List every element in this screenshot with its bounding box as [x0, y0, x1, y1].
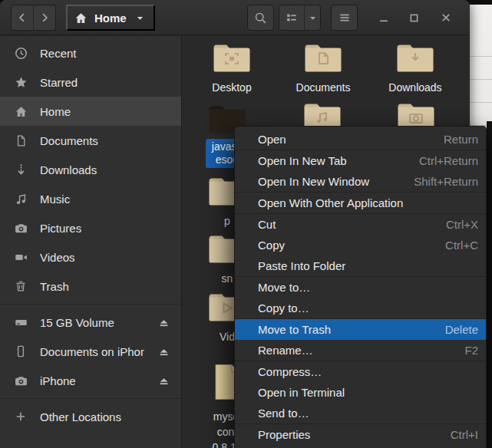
close-button[interactable] — [434, 6, 457, 29]
maximize-icon — [407, 11, 421, 25]
location-button[interactable]: Home — [66, 5, 155, 31]
menu-item-paste-into-folder[interactable]: Paste Into Folder — [235, 255, 486, 276]
headerbar: Home — [0, 0, 470, 35]
file-label: Desktop — [212, 81, 251, 94]
download-icon — [14, 163, 28, 176]
menu-item-copy[interactable]: CopyCtrl+C — [235, 235, 486, 255]
clock-icon — [14, 46, 28, 60]
sidebar-item-recent[interactable]: Recent — [0, 38, 181, 68]
menu-item-properties[interactable]: PropertiesCtrl+I — [235, 424, 486, 445]
menu-item-accel: Ctrl+Return — [419, 154, 478, 167]
sidebar-item-documents[interactable]: Documents — [0, 126, 181, 155]
eject-icon[interactable] — [157, 315, 170, 329]
sidebar-item-downloads[interactable]: Downloads — [0, 155, 181, 184]
view-toggle-button — [279, 5, 321, 31]
sidebar-item-label: Other Locations — [40, 410, 170, 423]
screen: Home RecentStarredHomeDocumentsDownloads… — [0, 0, 492, 448]
menu-item-cut[interactable]: CutCtrl+X — [235, 214, 486, 235]
sidebar-item-label: Home — [40, 105, 170, 118]
trash-icon — [14, 279, 28, 293]
maximize-button[interactable] — [402, 6, 425, 29]
menu-item-compress[interactable]: Compress… — [235, 361, 486, 382]
sidebar-item-pictures[interactable]: Pictures — [0, 213, 181, 242]
video-icon — [14, 250, 28, 264]
menu-item-open-with-other-application[interactable]: Open With Other Application — [235, 193, 486, 213]
back-button[interactable] — [11, 5, 34, 31]
sidebar-item-label: Music — [40, 193, 170, 206]
drive-icon — [14, 315, 28, 329]
menu-item-label: Paste Into Folder — [258, 259, 345, 272]
sidebar-item-starred[interactable]: Starred — [0, 68, 181, 97]
folder-icon — [213, 41, 251, 76]
file-label: Downloads — [388, 81, 441, 94]
menu-item-open-in-new-tab[interactable]: Open In New TabCtrl+Return — [235, 150, 486, 171]
menu-item-move-to-trash[interactable]: Move to TrashDelete — [235, 319, 486, 340]
menu-item-open-in-new-window[interactable]: Open In New WindowShift+Return — [235, 171, 486, 192]
sidebar-item-home[interactable]: Home — [0, 97, 181, 126]
sidebar-item-label: Trash — [40, 280, 170, 293]
menu-item-label: Rename… — [258, 344, 313, 357]
menu-item-accel: Ctrl+I — [451, 428, 478, 441]
sidebar-item-label: 15 GB Volume — [40, 316, 144, 329]
menu-item-label: Open In New Window — [258, 175, 369, 188]
sidebar-item-label: Downloads — [40, 163, 170, 176]
view-options-dropdown[interactable] — [305, 5, 320, 30]
minimize-button[interactable] — [372, 6, 395, 29]
home-icon — [74, 11, 88, 25]
chevron-left-icon — [15, 11, 29, 25]
sidebar-separator — [0, 304, 181, 305]
minimize-icon — [377, 11, 391, 25]
sidebar-item-documents-on-iphone[interactable]: Documents on iPhone — [0, 337, 181, 366]
folder-item[interactable]: Downloads — [373, 41, 457, 94]
menu-item-open-in-terminal[interactable]: Open in Terminal — [235, 382, 486, 403]
menu-item-label: Cut — [258, 218, 276, 231]
menu-item-copy-to[interactable]: Copy to… — [235, 298, 486, 318]
sidebar-item-trash[interactable]: Trash — [0, 272, 181, 301]
sidebar-separator — [0, 398, 181, 399]
plus-icon — [14, 410, 28, 423]
sidebar-item-music[interactable]: Music — [0, 184, 181, 213]
phone-icon — [14, 344, 28, 358]
view-list-button[interactable] — [279, 5, 305, 30]
menu-item-accel: F2 — [464, 344, 478, 357]
menu-item-label: Copy to… — [258, 301, 309, 315]
music-icon — [14, 192, 28, 206]
sidebar-item-label: Pictures — [40, 222, 170, 235]
folder-item[interactable]: Desktop — [190, 41, 274, 94]
sidebar-item-15-gb-volume[interactable]: 15 GB Volume — [0, 308, 181, 337]
eject-icon[interactable] — [157, 374, 170, 387]
menu-item-label: Move to Trash — [258, 323, 331, 336]
hamburger-icon — [338, 11, 352, 25]
menu-item-send-to[interactable]: Send to… — [235, 403, 486, 423]
menu-item-open[interactable]: OpenReturn — [235, 129, 486, 150]
sidebar-item-label: Documents on iPhone — [40, 345, 144, 358]
background-row-divider — [470, 56, 492, 57]
document-icon — [14, 133, 28, 147]
home-icon — [14, 104, 28, 118]
forward-button[interactable] — [33, 5, 56, 31]
menu-item-label: Properties — [258, 428, 310, 441]
star-icon — [14, 75, 28, 89]
menu-item-label: Open in Terminal — [258, 386, 345, 399]
search-button[interactable] — [247, 5, 274, 31]
file-label: Documents — [296, 81, 351, 94]
sidebar-item-iphone[interactable]: iPhone — [0, 366, 181, 395]
eject-icon[interactable] — [157, 344, 170, 358]
menu-item-rename[interactable]: Rename…F2 — [235, 340, 486, 361]
sidebar-item-label: iPhone — [40, 374, 144, 387]
menu-item-label: Open With Other Application — [258, 196, 403, 209]
background-row-divider — [470, 79, 492, 80]
sidebar-footer: Other Locations — [0, 402, 181, 431]
file-label: sn — [222, 272, 233, 285]
menu-item-move-to[interactable]: Move to… — [235, 277, 486, 298]
sidebar-item-other-locations[interactable]: Other Locations — [0, 402, 181, 431]
folder-item[interactable]: Documents — [281, 41, 365, 94]
file-label: Vid — [220, 331, 235, 344]
close-icon — [439, 11, 453, 25]
app-menu-button[interactable] — [331, 5, 358, 31]
sidebar-item-videos[interactable]: Videos — [0, 242, 181, 272]
menu-item-label: Move to… — [258, 281, 310, 294]
view-list-icon — [285, 11, 299, 25]
context-menu: OpenReturnOpen In New TabCtrl+ReturnOpen… — [234, 126, 487, 448]
sidebar-item-label: Videos — [40, 251, 170, 264]
